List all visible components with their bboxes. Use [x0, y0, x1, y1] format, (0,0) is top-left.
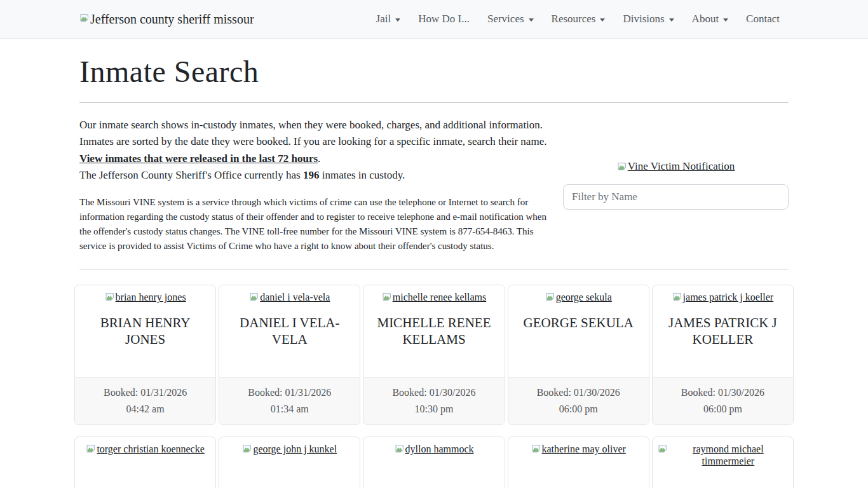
inmate-photo-link[interactable]: dyllon hammock: [395, 443, 474, 455]
nav-item-label: Jail: [376, 13, 391, 25]
nav-item[interactable]: About: [683, 8, 738, 30]
inmate-card-body: raymond michael timmermeier: [653, 437, 793, 488]
nav-item[interactable]: Contact: [737, 8, 789, 30]
inmate-card: james patrick j koeller JAMES PATRICK J …: [652, 285, 794, 425]
broken-image-icon: [86, 444, 96, 454]
broken-image-icon: [249, 292, 259, 302]
inmate-name: BRIAN HENRY JONES: [80, 315, 210, 348]
inmate-card-body: daniel i vela-vela DANIEL I VELA-VELA: [219, 285, 360, 377]
title-divider: [79, 102, 789, 103]
booked-date: Booked: 01/31/2026: [78, 384, 213, 401]
vine-notification-link[interactable]: Vine Victim Notification: [617, 160, 735, 173]
inmate-photo-link[interactable]: raymond michael timmermeier: [658, 443, 788, 467]
caret-down-icon: [395, 18, 400, 22]
broken-image-icon: [617, 161, 627, 172]
inmate-photo-link[interactable]: brian henry jones: [105, 291, 186, 303]
booked-date: Booked: 01/30/2026: [366, 384, 501, 401]
broken-image-icon: [545, 292, 555, 302]
nav-item-label: Divisions: [623, 13, 664, 25]
main-content: Inmate Search Our inmate search shows in…: [72, 55, 796, 488]
inmate-photo-link[interactable]: torger christian koennecke: [86, 443, 204, 455]
inmate-photo-alt-text: torger christian koennecke: [97, 443, 204, 455]
inmate-card: daniel i vela-vela DANIEL I VELA-VELA Bo…: [219, 285, 360, 425]
broken-image-icon: [658, 444, 668, 454]
inmate-card-body: katherine may oliver: [508, 437, 649, 488]
inmate-card: raymond michael timmermeier: [652, 437, 794, 488]
intro-column: Our inmate search shows in-custody inmat…: [79, 117, 552, 254]
caret-down-icon: [600, 18, 605, 22]
inmate-card-body: george sekula GEORGE SEKULA: [508, 285, 649, 377]
nav-item[interactable]: Services: [478, 8, 543, 30]
inmate-photo-alt-text: dyllon hammock: [405, 443, 474, 455]
nav-item[interactable]: How Do I...: [409, 8, 478, 30]
inmate-card: michelle renee kellams MICHELLE RENEE KE…: [363, 285, 505, 425]
inmate-card: torger christian koennecke: [74, 437, 216, 488]
inmate-name: MICHELLE RENEE KELLAMS: [369, 315, 499, 348]
broken-image-icon: [531, 444, 541, 454]
brand-alt-text: Jefferson county sheriff missour: [90, 11, 254, 27]
inmate-card-footer: Booked: 01/30/2026 06:00 pm: [508, 377, 649, 424]
inmate-photo-link[interactable]: katherine may oliver: [531, 443, 626, 455]
top-navbar: Jefferson county sheriff missour Jail Ho…: [0, 0, 868, 39]
inmate-card: brian henry jones BRIAN HENRY JONES Book…: [74, 285, 216, 425]
inmate-card-footer: Booked: 01/31/2026 01:34 am: [219, 377, 360, 424]
broken-image-icon: [672, 292, 682, 302]
nav-item-label: How Do I...: [418, 13, 470, 25]
inmate-photo-alt-text: michelle renee kellams: [393, 291, 486, 303]
nav-item-label: Services: [487, 13, 524, 25]
inmate-card-body: torger christian koennecke: [75, 437, 215, 488]
inmate-name: DANIEL I VELA-VELA: [224, 315, 355, 348]
booked-time: 10:30 pm: [366, 401, 501, 417]
filter-by-name-input[interactable]: [563, 184, 789, 210]
booked-time: 01:34 am: [222, 401, 357, 417]
page-title: Inmate Search: [79, 55, 789, 89]
inmate-card-body: michelle renee kellams MICHELLE RENEE KE…: [363, 285, 504, 377]
inmate-card: george sekula GEORGE SEKULA Booked: 01/3…: [508, 285, 649, 425]
broken-image-icon: [79, 13, 90, 23]
inmate-photo-alt-text: raymond michael timmermeier: [668, 443, 788, 467]
broken-image-icon: [395, 444, 405, 454]
nav-item-label: About: [692, 13, 719, 25]
nav-item[interactable]: Divisions: [614, 8, 682, 30]
inmate-card-footer: Booked: 01/30/2026 06:00 pm: [653, 377, 793, 424]
inmate-card-grid: brian henry jones BRIAN HENRY JONES Book…: [74, 285, 794, 488]
inmate-card-body: dyllon hammock: [363, 437, 504, 488]
inmate-photo-link[interactable]: george john j kunkel: [242, 443, 337, 455]
intro-paragraph: Our inmate search shows in-custody inmat…: [79, 117, 552, 151]
inmate-card-body: george john j kunkel: [219, 437, 360, 488]
custody-count: 196: [303, 169, 320, 181]
inmate-photo-link[interactable]: michelle renee kellams: [382, 291, 486, 303]
caret-down-icon: [723, 18, 728, 22]
broken-image-icon: [382, 292, 392, 302]
inmate-card-body: brian henry jones BRIAN HENRY JONES: [75, 285, 215, 377]
released-inmates-link[interactable]: View inmates that were released in the l…: [79, 152, 318, 165]
nav-item-label: Contact: [746, 13, 780, 25]
main-nav: Jail How Do I... Services Resources Divi…: [367, 8, 789, 30]
nav-item[interactable]: Resources: [543, 8, 614, 30]
inmate-photo-link[interactable]: james patrick j koeller: [672, 291, 774, 303]
section-divider: [79, 269, 789, 269]
vine-paragraph: The Missouri VINE system is a service th…: [79, 195, 552, 254]
inmate-card-body: james patrick j koeller JAMES PATRICK J …: [653, 285, 793, 377]
custody-suffix: inmates in custody.: [319, 169, 405, 181]
nav-item[interactable]: Jail: [367, 8, 410, 30]
inmate-photo-alt-text: brian henry jones: [116, 291, 186, 303]
inmate-photo-alt-text: george sekula: [556, 291, 612, 303]
inmate-photo-alt-text: daniel i vela-vela: [260, 291, 330, 303]
inmate-photo-alt-text: katherine may oliver: [542, 443, 626, 455]
broken-image-icon: [242, 444, 252, 454]
booked-date: Booked: 01/31/2026: [222, 384, 357, 401]
released-link-suffix: .: [318, 152, 320, 165]
booked-time: 06:00 pm: [655, 401, 790, 417]
inmate-card: dyllon hammock: [363, 437, 505, 488]
inmate-photo-link[interactable]: daniel i vela-vela: [249, 291, 330, 303]
inmate-photo-alt-text: george john j kunkel: [253, 443, 337, 455]
inmate-photo-link[interactable]: george sekula: [545, 291, 612, 303]
caret-down-icon: [529, 18, 534, 22]
brand-logo-link[interactable]: Jefferson county sheriff missour: [79, 11, 254, 27]
inmate-card-footer: Booked: 01/31/2026 04:42 am: [75, 377, 215, 424]
booked-date: Booked: 01/30/2026: [511, 384, 646, 401]
booked-time: 06:00 pm: [511, 401, 646, 417]
broken-image-icon: [105, 292, 115, 302]
custody-prefix: The Jefferson County Sheriff's Office cu…: [79, 169, 303, 181]
